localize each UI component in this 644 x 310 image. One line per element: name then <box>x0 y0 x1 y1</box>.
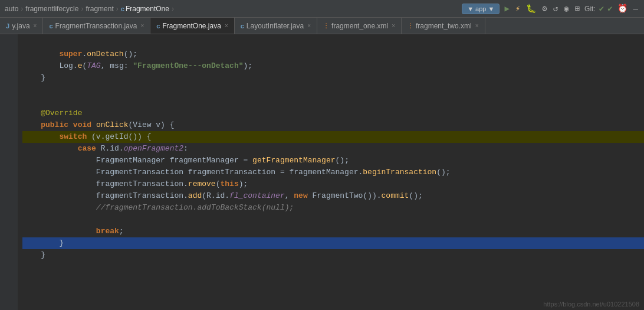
keyword-super: super <box>59 48 82 60</box>
tab-icon-ft: c <box>49 22 52 30</box>
var-tag: TAG <box>87 60 100 72</box>
fn-remove: remove <box>188 178 216 190</box>
tab-fragmenttransaction[interactable]: c FragmentTransaction.java × <box>43 18 150 34</box>
breadcrumb: auto › fragmentlifecycle › fragment › c … <box>5 5 175 13</box>
code-line: Log.e(TAG, msg: "FragmentOne---onDetach"… <box>22 60 644 72</box>
kw-new: new <box>294 190 307 202</box>
attach-icon[interactable]: ⚙ <box>541 2 548 15</box>
line-numbers <box>0 34 18 310</box>
code-line: break; <box>22 226 644 237</box>
tab-label-y: y.java <box>12 22 29 30</box>
code-line <box>22 84 644 96</box>
code-content[interactable]: super.onDetach(); Log.e(TAG, msg: "Fragm… <box>18 34 644 310</box>
breadcrumb-sep1: › <box>21 5 23 13</box>
kw-case: case <box>78 143 96 155</box>
code-line <box>22 261 644 273</box>
bug-icon[interactable]: 🐛 <box>525 2 537 15</box>
fn-add: add <box>188 190 202 202</box>
code-area: super.onDetach(); Log.e(TAG, msg: "Fragm… <box>0 34 644 310</box>
code-line: } <box>22 72 644 84</box>
tab-fragmentone[interactable]: c FragmentOne.java × <box>150 18 234 34</box>
breadcrumb-auto[interactable]: auto <box>5 5 18 13</box>
close-li[interactable]: × <box>307 22 311 29</box>
code-container: super.onDetach(); Log.e(TAG, msg: "Fragm… <box>0 34 644 310</box>
fn-ondetach: onDetach <box>87 48 123 60</box>
breadcrumb-c-icon: c <box>121 5 124 12</box>
code-line: @Override <box>22 107 644 119</box>
kw-switch: switch <box>59 131 87 143</box>
type-fragmenttransaction: FragmentTransaction <box>96 167 183 178</box>
breadcrumb-fragmentone[interactable]: FragmentOne <box>126 5 169 13</box>
code-line: fragmentTransaction.remove(this); <box>22 178 644 190</box>
code-line: case R.id.openFragment2: <box>22 143 644 155</box>
breadcrumb-sep4: › <box>172 5 174 13</box>
tab-fragment-one-xml[interactable]: ⋮ fragment_one.xml × <box>317 18 402 34</box>
tab-label-fox: fragment_one.xml <box>331 22 388 30</box>
tab-fragment-two-xml[interactable]: ⋮ fragment_two.xml × <box>402 18 485 34</box>
code-line: FragmentManager fragmentManager = getFra… <box>22 155 644 167</box>
type-fragmentmanager: FragmentManager <box>96 155 165 167</box>
refresh-icon[interactable]: ↺ <box>552 2 559 15</box>
git-clock[interactable]: ⏰ <box>616 2 629 15</box>
close-fo[interactable]: × <box>225 22 228 29</box>
fn-log-e: e <box>78 60 83 72</box>
tab-label-ft: FragmentTransaction.java <box>55 22 137 30</box>
close-fox[interactable]: × <box>392 22 395 29</box>
extra-icon[interactable]: ⊞ <box>574 2 581 15</box>
git-check1[interactable]: ✔ <box>599 4 604 14</box>
git-dash: — <box>632 3 639 15</box>
tab-icon-y: J <box>6 22 9 30</box>
fn-begintransaction: beginTransaction <box>363 167 436 178</box>
code-line: public void onClick(View v) { <box>22 119 644 131</box>
kw-break: break <box>96 226 119 237</box>
breadcrumb-sep3: › <box>116 5 119 13</box>
tab-icon-li: c <box>241 22 244 30</box>
code-line: fragmentTransaction.add(R.id.fl_containe… <box>22 190 644 202</box>
kw-public: public <box>41 119 68 131</box>
profile-icon[interactable]: ◉ <box>563 2 570 15</box>
breadcrumb-fragment[interactable]: fragment <box>86 5 113 13</box>
app-dropdown[interactable]: ▼ app ▼ <box>462 4 500 14</box>
comment-addtobackstack: //fragmentTransaction.addToBackStack(nul… <box>96 202 294 214</box>
str-ondetach: "FragmentOne---onDetach" <box>133 60 243 72</box>
code-line <box>22 37 644 48</box>
run-icon[interactable]: ▶ <box>503 2 510 15</box>
code-line: super.onDetach(); <box>22 48 644 60</box>
code-line-switch: switch (v.getId()) { <box>22 131 644 143</box>
tab-y-java[interactable]: J y.java × <box>0 18 43 34</box>
fn-commit: commit <box>382 190 409 202</box>
code-line <box>22 214 644 226</box>
watermark: https://blog.csdn.net/u010221508 <box>543 301 639 308</box>
tab-label-li: LayoutInflater.java <box>247 22 304 30</box>
toolbar: auto › fragmentlifecycle › fragment › c … <box>0 0 644 18</box>
tab-icon-fox: ⋮ <box>323 22 329 29</box>
fn-getfragmentmanager: getFragmentManager <box>252 155 335 167</box>
id-fl-container: fl_container <box>229 190 285 202</box>
git-check2[interactable]: ✔ <box>607 4 612 14</box>
tab-label-ftx: fragment_two.xml <box>416 22 472 30</box>
tab-layoutinflater[interactable]: c LayoutInflater.java × <box>235 18 317 34</box>
id-openfragment2: openFragment2 <box>124 143 183 155</box>
git-label: Git: <box>584 5 596 13</box>
tab-icon-ftx: ⋮ <box>408 22 413 29</box>
toolbar-right: ▼ app ▼ ▶ ⚡ 🐛 ⚙ ↺ ◉ ⊞ Git: ✔ ✔ ⏰ — <box>462 2 639 15</box>
code-line: //fragmentTransaction.addToBackStack(nul… <box>22 202 644 214</box>
kw-void: void <box>73 119 91 131</box>
close-y[interactable]: × <box>34 22 37 29</box>
annotation-override: @Override <box>41 107 82 119</box>
breadcrumb-sep2: › <box>81 5 83 13</box>
lightning-icon[interactable]: ⚡ <box>514 2 521 15</box>
close-ftx[interactable]: × <box>475 22 479 29</box>
breadcrumb-fragmentlifecycle[interactable]: fragmentlifecycle <box>25 5 78 13</box>
code-line <box>22 96 644 107</box>
kw-this: this <box>220 178 238 190</box>
code-line: } <box>22 249 644 261</box>
tab-icon-fo: c <box>156 22 160 30</box>
code-line: FragmentTransaction fragmentTransaction … <box>22 167 644 178</box>
fn-onclick: onClick <box>96 119 129 131</box>
close-ft[interactable]: × <box>141 22 144 29</box>
tab-label-fo: FragmentOne.java <box>162 22 221 30</box>
code-line-switch-close: } <box>22 237 644 249</box>
tab-bar: J y.java × c FragmentTransaction.java × … <box>0 18 644 34</box>
